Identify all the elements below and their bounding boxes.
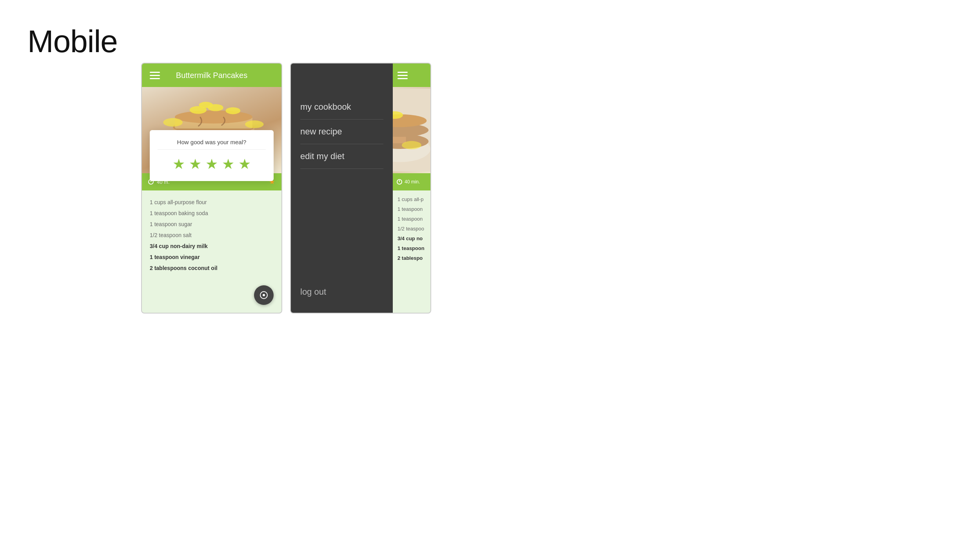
clock-icon-right — [397, 179, 402, 185]
right-ingredients: 1 cups all-p 1 teaspoon 1 teaspoon 1/2 t… — [393, 190, 430, 267]
rating-modal: How good was your meal? ★ ★ ★ ★ ★ — [150, 130, 274, 181]
svg-point-12 — [163, 118, 182, 127]
star-3[interactable]: ★ — [205, 156, 218, 172]
svg-point-17 — [263, 294, 265, 296]
svg-point-7 — [175, 111, 252, 124]
menu-logout[interactable]: log out — [300, 287, 326, 297]
svg-point-25 — [402, 141, 421, 149]
svg-point-13 — [245, 120, 263, 128]
phone-left: Buttermilk Pancakes — [141, 63, 282, 314]
hamburger-icon-left[interactable] — [150, 72, 160, 79]
phone-right: my cookbook new recipe edit my diet log … — [290, 63, 431, 314]
right-ing-7: 2 tablespo — [397, 253, 426, 263]
svg-point-11 — [199, 102, 213, 108]
rating-stars[interactable]: ★ ★ ★ ★ ★ — [158, 156, 266, 172]
star-1[interactable]: ★ — [172, 156, 185, 172]
right-ing-5: 3/4 cup no — [397, 234, 426, 243]
left-phone-header: Buttermilk Pancakes — [142, 63, 281, 87]
menu-item-cookbook[interactable]: my cookbook — [300, 95, 383, 120]
ingredient-3: 1 teaspoon sugar — [150, 219, 274, 230]
right-recipe-time: 40 min. — [405, 179, 420, 185]
menu-item-new-recipe[interactable]: new recipe — [300, 120, 383, 144]
ingredient-6: 1 teaspoon vinegar — [150, 252, 274, 263]
ingredient-1: 1 cups all-purpose flour — [150, 197, 274, 208]
rating-divider — [158, 149, 266, 150]
page-label: Mobile — [27, 24, 118, 60]
right-ing-1: 1 cups all-p — [397, 194, 426, 204]
right-ing-6: 1 teaspoon — [397, 243, 426, 253]
hamburger-icon-right[interactable] — [397, 72, 408, 79]
ingredient-5: 3/4 cup non-dairy milk — [150, 241, 274, 252]
svg-point-10 — [226, 107, 241, 114]
ingredients-list-left: 1 cups all-purpose flour 1 teaspoon baki… — [142, 190, 281, 280]
ingredient-2: 1 teaspoon baking soda — [150, 208, 274, 219]
right-ing-3: 1 teaspoon — [397, 214, 426, 224]
rating-question: How good was your meal? — [158, 139, 266, 145]
star-4[interactable]: ★ — [222, 156, 234, 172]
menu-overlay: my cookbook new recipe edit my diet log … — [291, 63, 393, 313]
fab-button-left[interactable] — [254, 285, 274, 305]
right-ing-4: 1/2 teaspoo — [397, 224, 426, 234]
phone-right-content: 40 min. 1 cups all-p 1 teaspoon 1 teaspo… — [393, 63, 430, 313]
star-5[interactable]: ★ — [238, 156, 251, 172]
right-phone-header — [393, 63, 430, 87]
star-2[interactable]: ★ — [189, 156, 201, 172]
recipe-title: Buttermilk Pancakes — [176, 71, 247, 80]
ingredient-4: 1/2 teaspoon salt — [150, 230, 274, 241]
right-meta-bar: 40 min. — [393, 173, 430, 190]
right-recipe-image — [393, 87, 430, 173]
right-ing-2: 1 teaspoon — [397, 204, 426, 214]
menu-item-edit-diet[interactable]: edit my diet — [300, 144, 383, 169]
ingredient-7: 2 tablespoons coconut oil — [150, 263, 274, 274]
